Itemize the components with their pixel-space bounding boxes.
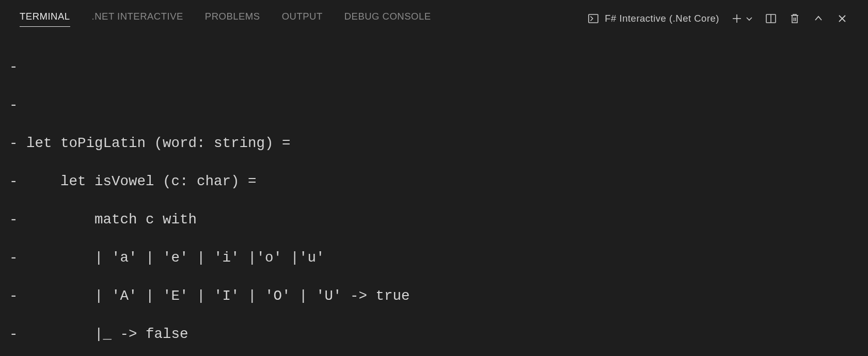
terminal-profile-dropdown[interactable]: F# Interactive (.Net Core) [587,12,719,25]
panel-tab-bar: TERMINAL .NET INTERACTIVE PROBLEMS OUTPU… [0,7,868,30]
tab-dotnet-interactive[interactable]: .NET INTERACTIVE [92,11,183,27]
terminal-prompt-icon [587,12,599,25]
panel-tabs: TERMINAL .NET INTERACTIVE PROBLEMS OUTPU… [20,11,587,27]
terminal-line: - | 'A' | 'E' | 'I' | 'O' | 'U' -> true [9,286,859,305]
tab-problems[interactable]: PROBLEMS [205,11,260,27]
terminal-line: - let isVowel (c: char) = [9,172,859,191]
terminal-line: - [9,95,859,115]
tab-debug-console[interactable]: DEBUG CONSOLE [344,11,431,27]
terminal-panel: TERMINAL .NET INTERACTIVE PROBLEMS OUTPU… [0,0,868,356]
terminal-output[interactable]: - - - let toPigLatin (word: string) = - … [0,30,868,356]
terminal-line: - [9,57,859,76]
terminal-toolbar: F# Interactive (.Net Core) [587,12,848,25]
close-panel-button[interactable] [836,12,848,25]
terminal-line: - match c with [9,210,859,229]
new-terminal-group [731,12,753,25]
terminal-line: - |_ -> false [9,325,859,344]
new-terminal-chevron[interactable] [745,12,753,25]
tab-output[interactable]: OUTPUT [282,11,323,27]
svg-rect-0 [589,14,598,23]
terminal-profile-label: F# Interactive (.Net Core) [605,13,719,24]
kill-terminal-button[interactable] [788,12,801,25]
tab-terminal[interactable]: TERMINAL [20,11,70,27]
new-terminal-button[interactable] [731,12,743,25]
split-terminal-button[interactable] [765,12,777,25]
terminal-line: - | 'a' | 'e' | 'i' |'o' |'u' [9,248,859,267]
terminal-line: - let toPigLatin (word: string) = [9,134,859,153]
maximize-panel-button[interactable] [812,12,825,25]
